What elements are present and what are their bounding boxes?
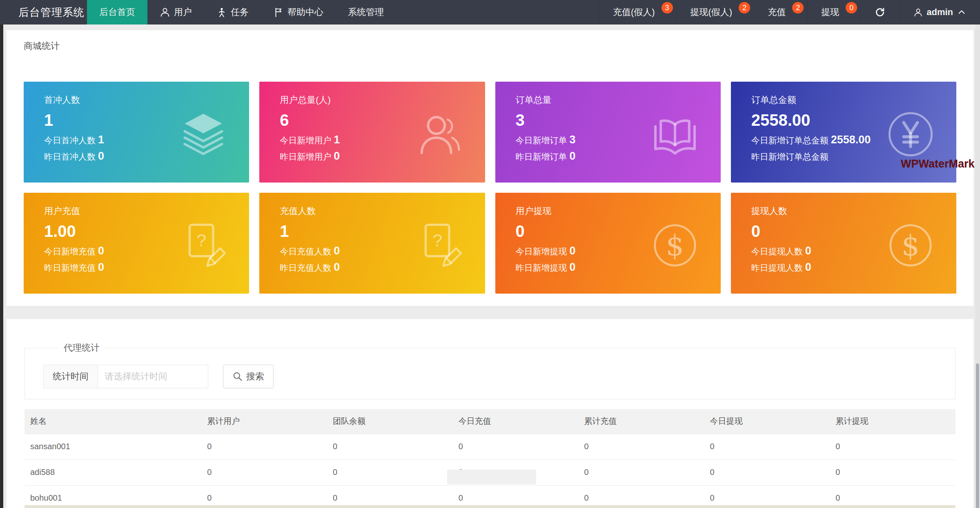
nav-item-label: 充值 bbox=[768, 6, 786, 18]
admin-user-icon bbox=[913, 8, 923, 17]
cell: 0 bbox=[830, 485, 956, 508]
card-line-value: 0 bbox=[98, 150, 104, 162]
card-line-value: 0 bbox=[570, 245, 576, 257]
svg-text:$: $ bbox=[902, 228, 920, 261]
watermark-text: WPWaterMark bbox=[901, 158, 975, 170]
card-line-value: 0 bbox=[570, 261, 576, 273]
card-line-label: 今日新增用户 bbox=[280, 136, 331, 145]
card-line-label: 昨日提现人数 bbox=[751, 263, 803, 272]
card-line-value: 0 bbox=[570, 150, 576, 162]
card-line-label: 昨日新增订单 bbox=[516, 152, 567, 161]
nav-item-label: 任务 bbox=[231, 6, 249, 18]
cell: 0 bbox=[704, 485, 830, 508]
nav-item-label: 用户 bbox=[174, 6, 192, 18]
stat-card-first-recharge-users: 首冲人数 1 今日首冲人数1 昨日首冲人数0 bbox=[24, 82, 249, 183]
cell: 0 bbox=[579, 434, 704, 459]
nav-item-label: 后台首页 bbox=[99, 6, 135, 18]
cell: bohu001 bbox=[24, 485, 201, 508]
dollar-icon: $ bbox=[886, 221, 935, 270]
nav-item-label: 帮助中心 bbox=[287, 6, 323, 18]
card-line-label: 昨日新增充值 bbox=[44, 263, 96, 272]
stat-card-total-orders: 订单总量 3 今日新增订单3 昨日新增订单0 bbox=[495, 82, 721, 183]
card-line-label: 今日新增充值 bbox=[44, 247, 96, 256]
badge-count: 2 bbox=[739, 2, 750, 13]
navbar: 后台管理系统 后台首页 用户 任务 帮助中心 系统管理 充 bbox=[0, 0, 980, 25]
nav-item-recharge-fake[interactable]: 充值(假人) 3 bbox=[599, 0, 676, 25]
card-line-label: 今日充值人数 bbox=[280, 247, 331, 256]
users-icon bbox=[415, 109, 464, 158]
filter-row: 统计时间 搜索 bbox=[43, 365, 955, 388]
cell: 0 bbox=[704, 434, 830, 459]
card-line-value: 1 bbox=[98, 134, 104, 146]
col-today-recharge: 今日充值 bbox=[453, 409, 579, 434]
nav-item-label: 充值(假人) bbox=[613, 6, 655, 18]
cell: 0 bbox=[201, 459, 327, 485]
shop-stats-panel: 商城统计 首冲人数 1 今日首冲人数1 昨日首冲人数0 用户总量(人) 6 今日… bbox=[7, 30, 973, 306]
scrollbar-thumb[interactable] bbox=[976, 363, 979, 508]
col-today-withdraw: 今日提现 bbox=[704, 409, 830, 434]
cell: 0 bbox=[579, 485, 704, 508]
card-line-value: 2558.00 bbox=[831, 134, 871, 146]
stat-card-recharge-users: 充值人数 1 今日充值人数0 昨日充值人数0 ? bbox=[259, 193, 485, 294]
nav-item-label: 提现 bbox=[821, 6, 839, 18]
nav-item-recharge[interactable]: 充值 2 bbox=[753, 0, 807, 25]
chevron-up-icon bbox=[957, 8, 966, 17]
blurred-region bbox=[447, 470, 536, 484]
nav-item-help[interactable]: 帮助中心 bbox=[261, 0, 336, 25]
stat-time-label: 统计时间 bbox=[43, 365, 98, 388]
col-name: 姓名 bbox=[24, 409, 201, 434]
cell: 0 bbox=[579, 459, 704, 485]
agent-table: 姓名 累计用户 团队余额 今日充值 累计充值 今日提现 累计提现 sansan0… bbox=[24, 409, 956, 508]
svg-text:?: ? bbox=[196, 230, 206, 250]
stat-card-withdraw-users: 提现人数 0 今日提现人数0 昨日提现人数0 $ bbox=[731, 193, 956, 294]
nav-item-withdraw-fake[interactable]: 提现(假人) 2 bbox=[676, 0, 754, 25]
card-line-value: 0 bbox=[98, 245, 104, 257]
shop-stats-title: 商城统计 bbox=[24, 40, 956, 52]
nav-item-tasks[interactable]: 任务 bbox=[204, 0, 261, 25]
card-title: 提现人数 bbox=[751, 205, 956, 217]
cell: 0 bbox=[327, 434, 453, 459]
stat-cards-grid: 首冲人数 1 今日首冲人数1 昨日首冲人数0 用户总量(人) 6 今日新增用户1… bbox=[24, 82, 956, 294]
layers-icon bbox=[179, 109, 228, 158]
cell: 0 bbox=[201, 485, 327, 508]
stat-card-total-users: 用户总量(人) 6 今日新增用户1 昨日新增用户0 bbox=[259, 82, 485, 183]
table-row: sansan001 0 0 0 0 0 0 bbox=[24, 434, 956, 459]
cell: 0 bbox=[201, 434, 327, 459]
nav-item-home[interactable]: 后台首页 bbox=[87, 0, 147, 25]
nav-item-withdraw[interactable]: 提现 0 bbox=[807, 0, 860, 25]
page-scrollbar[interactable] bbox=[975, 25, 980, 508]
card-line-label: 今日新增订单 bbox=[516, 136, 567, 145]
task-icon bbox=[216, 7, 227, 18]
card-title: 订单总金额 bbox=[751, 94, 956, 106]
refresh-button[interactable] bbox=[860, 0, 899, 25]
user-menu[interactable]: admin bbox=[899, 0, 980, 25]
cell: sansan001 bbox=[24, 434, 201, 459]
card-title: 充值人数 bbox=[280, 205, 485, 217]
cell: 0 bbox=[453, 434, 579, 459]
search-button[interactable]: 搜索 bbox=[223, 365, 274, 388]
cell: 0 bbox=[453, 485, 579, 508]
book-icon bbox=[650, 109, 699, 158]
agent-stats-title: 代理统计 bbox=[59, 342, 105, 354]
svg-text:$: $ bbox=[666, 228, 684, 261]
cell: 0 bbox=[830, 434, 956, 459]
app-title: 后台管理系统 bbox=[0, 0, 87, 25]
yen-icon bbox=[886, 109, 935, 158]
card-line-value: 0 bbox=[334, 261, 340, 273]
nav-item-users[interactable]: 用户 bbox=[147, 0, 204, 25]
badge-count: 2 bbox=[792, 2, 804, 13]
window-left-edge bbox=[0, 25, 3, 508]
nav-item-system[interactable]: 系统管理 bbox=[336, 0, 396, 25]
card-line-label: 今日新增提现 bbox=[516, 247, 567, 256]
table-header-row: 姓名 累计用户 团队余额 今日充值 累计充值 今日提现 累计提现 bbox=[24, 409, 956, 434]
card-line-label: 今日新增订单总金额 bbox=[751, 136, 829, 145]
card-line-label: 昨日新增订单总金额 bbox=[751, 152, 829, 161]
search-icon bbox=[232, 371, 243, 382]
refresh-icon bbox=[875, 7, 885, 18]
col-total-recharge: 累计充值 bbox=[579, 409, 704, 434]
cell: 0 bbox=[327, 485, 453, 508]
card-line-label: 昨日新增提现 bbox=[516, 263, 567, 272]
stat-time-input[interactable] bbox=[98, 365, 208, 388]
cell: 0 bbox=[830, 459, 956, 485]
flag-icon bbox=[273, 7, 284, 18]
